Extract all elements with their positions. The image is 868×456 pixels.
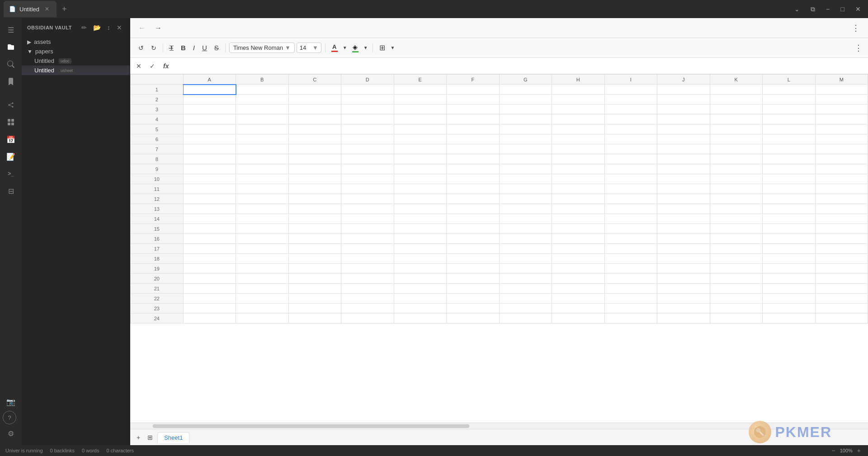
cell-I3[interactable] <box>604 104 657 114</box>
spreadsheet-container[interactable]: A B C D E F G H I J K L M <box>130 74 868 423</box>
formula-fx-btn[interactable]: fx <box>161 62 171 71</box>
cell-H2[interactable] <box>552 95 605 104</box>
cell-E5[interactable] <box>394 124 447 134</box>
calendar-btn[interactable]: 📅 <box>3 131 19 147</box>
cell-G8[interactable] <box>499 154 552 164</box>
row-header-15[interactable]: 15 <box>131 224 184 234</box>
cell-H19[interactable] <box>552 264 605 274</box>
cell-D9[interactable] <box>341 164 394 174</box>
cell-F4[interactable] <box>447 114 500 124</box>
cell-J9[interactable] <box>657 164 710 174</box>
cell-K11[interactable] <box>710 184 763 194</box>
col-header-L[interactable]: L <box>763 75 816 85</box>
cell-K8[interactable] <box>710 154 763 164</box>
cell-I15[interactable] <box>604 224 657 234</box>
cell-J7[interactable] <box>657 144 710 154</box>
cell-I20[interactable] <box>604 274 657 284</box>
row-header-4[interactable]: 4 <box>131 114 184 124</box>
cell-F12[interactable] <box>447 194 500 204</box>
cell-A15[interactable] <box>183 224 236 234</box>
cell-I7[interactable] <box>604 144 657 154</box>
cell-G1[interactable] <box>499 85 552 95</box>
cell-M19[interactable] <box>815 264 868 274</box>
cell-C5[interactable] <box>288 124 341 134</box>
cell-I1[interactable] <box>604 85 657 95</box>
forward-btn[interactable]: → <box>152 22 165 34</box>
cell-B20[interactable] <box>236 274 289 284</box>
cell-K5[interactable] <box>710 124 763 134</box>
formula-cancel-btn[interactable]: ✕ <box>134 62 144 71</box>
cell-G19[interactable] <box>499 264 552 274</box>
cell-F9[interactable] <box>447 164 500 174</box>
cell-G20[interactable] <box>499 274 552 284</box>
cell-L15[interactable] <box>763 224 816 234</box>
minimize-btn[interactable]: − <box>822 4 833 14</box>
cell-H9[interactable] <box>552 164 605 174</box>
cell-M1[interactable] <box>815 85 868 95</box>
cell-E9[interactable] <box>394 164 447 174</box>
cell-E20[interactable] <box>394 274 447 284</box>
cell-H7[interactable] <box>552 144 605 154</box>
cell-G3[interactable] <box>499 104 552 114</box>
cell-A8[interactable] <box>183 154 236 164</box>
cell-K23[interactable] <box>710 304 763 314</box>
cell-M7[interactable] <box>815 144 868 154</box>
cell-D1[interactable] <box>341 85 394 95</box>
cell-E7[interactable] <box>394 144 447 154</box>
cell-L22[interactable] <box>763 294 816 304</box>
cell-G18[interactable] <box>499 254 552 264</box>
cell-D24[interactable] <box>341 314 394 323</box>
explorer-close-btn[interactable]: ✕ <box>114 23 124 33</box>
folder-papers[interactable]: ▼ papers <box>22 47 130 56</box>
cell-F3[interactable] <box>447 104 500 114</box>
cell-H18[interactable] <box>552 254 605 264</box>
formula-input[interactable] <box>175 62 864 69</box>
cell-K2[interactable] <box>710 95 763 104</box>
cell-J11[interactable] <box>657 184 710 194</box>
cell-A14[interactable] <box>183 214 236 224</box>
cell-L5[interactable] <box>763 124 816 134</box>
col-header-C[interactable]: C <box>288 75 341 85</box>
cell-C19[interactable] <box>288 264 341 274</box>
table-format-dropdown-btn[interactable]: ▼ <box>390 44 396 51</box>
cell-K17[interactable] <box>710 244 763 254</box>
cell-J1[interactable] <box>657 85 710 95</box>
cell-G6[interactable] <box>499 134 552 144</box>
horizontal-scrollbar[interactable] <box>130 423 868 429</box>
cell-D3[interactable] <box>341 104 394 114</box>
cell-H13[interactable] <box>552 204 605 214</box>
cell-K9[interactable] <box>710 164 763 174</box>
cell-I11[interactable] <box>604 184 657 194</box>
cell-F2[interactable] <box>447 95 500 104</box>
underline-btn[interactable]: U <box>199 42 210 53</box>
cell-J13[interactable] <box>657 204 710 214</box>
redo-btn[interactable]: ↻ <box>148 43 159 53</box>
cell-D12[interactable] <box>341 194 394 204</box>
cell-F10[interactable] <box>447 174 500 184</box>
cell-L2[interactable] <box>763 95 816 104</box>
cell-E8[interactable] <box>394 154 447 164</box>
cell-I21[interactable] <box>604 284 657 294</box>
cell-B15[interactable] <box>236 224 289 234</box>
italic-btn[interactable]: I <box>190 42 198 53</box>
cell-L1[interactable] <box>763 85 816 95</box>
cell-L9[interactable] <box>763 164 816 174</box>
cell-F20[interactable] <box>447 274 500 284</box>
cell-F21[interactable] <box>447 284 500 294</box>
font-selector[interactable]: Times New Roman ▼ <box>229 43 295 53</box>
cell-G11[interactable] <box>499 184 552 194</box>
cell-A5[interactable] <box>183 124 236 134</box>
cell-J20[interactable] <box>657 274 710 284</box>
cell-I4[interactable] <box>604 114 657 124</box>
col-header-I[interactable]: I <box>604 75 657 85</box>
note-btn[interactable]: 📝 <box>3 148 19 165</box>
cell-H1[interactable] <box>552 85 605 95</box>
cell-D5[interactable] <box>341 124 394 134</box>
cell-E11[interactable] <box>394 184 447 194</box>
cell-I13[interactable] <box>604 204 657 214</box>
cell-B8[interactable] <box>236 154 289 164</box>
cell-H17[interactable] <box>552 244 605 254</box>
bg-color-btn[interactable]: ◈ <box>350 42 361 54</box>
cell-H12[interactable] <box>552 194 605 204</box>
col-header-E[interactable]: E <box>394 75 447 85</box>
